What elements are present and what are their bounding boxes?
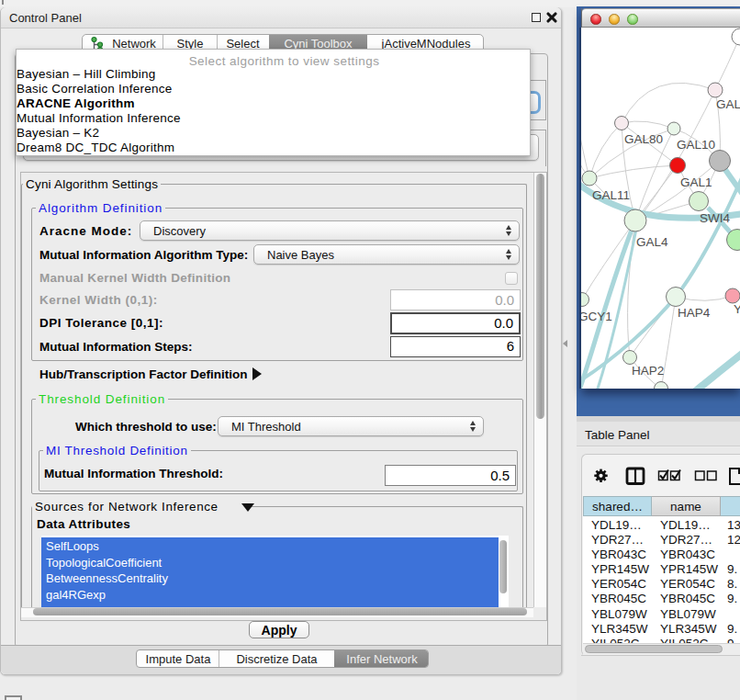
svg-text:SWI4: SWI4	[700, 211, 730, 225]
svg-text:GCY1: GCY1	[581, 310, 612, 323]
svg-text:HAP2: HAP2	[632, 364, 664, 378]
svg-text:GAL80: GAL80	[624, 132, 663, 146]
svg-text:GAL1: GAL1	[680, 175, 712, 189]
svg-text:GAL7: GAL7	[716, 97, 740, 111]
svg-text:GAL11: GAL11	[592, 188, 630, 202]
svg-text:GAL4: GAL4	[636, 235, 668, 249]
svg-text:GAL10: GAL10	[677, 138, 715, 152]
svg-text:Y: Y	[734, 302, 740, 316]
svg-text:HAP4: HAP4	[678, 306, 711, 320]
